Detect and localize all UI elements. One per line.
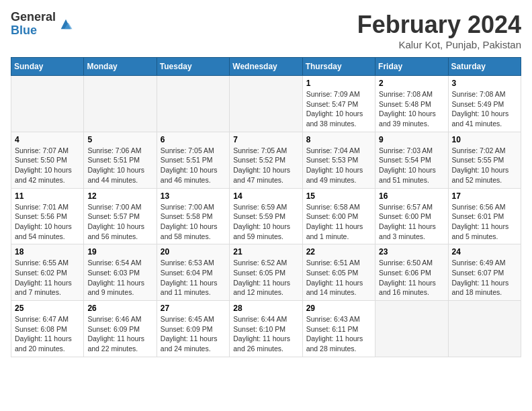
calendar-header-row: SundayMondayTuesdayWednesdayThursdayFrid… <box>11 58 521 76</box>
calendar-cell: 21Sunrise: 6:52 AM Sunset: 6:05 PM Dayli… <box>230 244 302 301</box>
day-header-thursday: Thursday <box>302 58 375 76</box>
calendar-cell: 17Sunrise: 6:56 AM Sunset: 6:01 PM Dayli… <box>448 188 521 244</box>
day-info: Sunrise: 6:43 AM Sunset: 6:11 PM Dayligh… <box>306 314 371 354</box>
calendar-cell: 13Sunrise: 7:00 AM Sunset: 5:58 PM Dayli… <box>157 188 229 244</box>
day-info: Sunrise: 6:54 AM Sunset: 6:03 PM Dayligh… <box>87 258 152 298</box>
day-number: 17 <box>452 191 517 201</box>
day-info: Sunrise: 6:59 AM Sunset: 5:59 PM Dayligh… <box>233 202 298 242</box>
calendar-cell: 27Sunrise: 6:45 AM Sunset: 6:09 PM Dayli… <box>157 301 229 357</box>
day-info: Sunrise: 7:03 AM Sunset: 5:54 PM Dayligh… <box>379 146 444 185</box>
calendar-cell: 2Sunrise: 7:08 AM Sunset: 5:48 PM Daylig… <box>375 76 448 132</box>
day-info: Sunrise: 7:04 AM Sunset: 5:53 PM Dayligh… <box>306 146 371 185</box>
calendar-cell: 24Sunrise: 6:49 AM Sunset: 6:07 PM Dayli… <box>448 244 521 301</box>
title-block: February 2024 Kalur Kot, Punjab, Pakista… <box>357 11 521 50</box>
calendar-cell <box>375 301 448 357</box>
calendar-cell: 29Sunrise: 6:43 AM Sunset: 6:11 PM Dayli… <box>302 301 375 357</box>
day-header-tuesday: Tuesday <box>157 58 229 76</box>
day-number: 24 <box>452 247 517 257</box>
day-info: Sunrise: 7:00 AM Sunset: 5:57 PM Dayligh… <box>87 202 152 242</box>
calendar-cell <box>448 301 521 357</box>
calendar-cell <box>84 76 157 132</box>
calendar-cell: 23Sunrise: 6:50 AM Sunset: 6:06 PM Dayli… <box>375 244 448 301</box>
day-number: 6 <box>161 135 226 144</box>
calendar-cell: 5Sunrise: 7:06 AM Sunset: 5:51 PM Daylig… <box>84 132 157 188</box>
day-number: 19 <box>87 247 152 257</box>
calendar-cell: 14Sunrise: 6:59 AM Sunset: 5:59 PM Dayli… <box>230 188 302 244</box>
day-number: 23 <box>379 247 444 257</box>
calendar-cell: 15Sunrise: 6:58 AM Sunset: 6:00 PM Dayli… <box>302 188 375 244</box>
day-number: 22 <box>306 247 371 257</box>
calendar-cell: 22Sunrise: 6:51 AM Sunset: 6:05 PM Dayli… <box>302 244 375 301</box>
day-number: 10 <box>452 135 517 144</box>
day-number: 25 <box>15 304 80 313</box>
calendar-week-row: 4Sunrise: 7:07 AM Sunset: 5:50 PM Daylig… <box>11 132 521 188</box>
day-info: Sunrise: 6:45 AM Sunset: 6:09 PM Dayligh… <box>161 314 226 354</box>
day-info: Sunrise: 6:55 AM Sunset: 6:02 PM Dayligh… <box>15 258 80 298</box>
day-header-sunday: Sunday <box>11 58 84 76</box>
day-info: Sunrise: 7:06 AM Sunset: 5:51 PM Dayligh… <box>87 146 152 185</box>
day-info: Sunrise: 7:05 AM Sunset: 5:52 PM Dayligh… <box>233 146 298 185</box>
day-number: 16 <box>379 191 444 201</box>
day-info: Sunrise: 6:44 AM Sunset: 6:10 PM Dayligh… <box>233 314 298 354</box>
day-info: Sunrise: 6:46 AM Sunset: 6:09 PM Dayligh… <box>87 314 152 354</box>
day-number: 13 <box>161 191 226 201</box>
calendar-cell <box>230 76 302 132</box>
day-info: Sunrise: 6:58 AM Sunset: 6:00 PM Dayligh… <box>306 202 371 242</box>
day-number: 11 <box>15 191 80 201</box>
day-number: 1 <box>306 79 371 88</box>
calendar-table: SundayMondayTuesdayWednesdayThursdayFrid… <box>11 57 521 357</box>
day-info: Sunrise: 7:08 AM Sunset: 5:48 PM Dayligh… <box>379 89 444 129</box>
logo-blue: Blue <box>11 24 56 38</box>
day-info: Sunrise: 6:47 AM Sunset: 6:08 PM Dayligh… <box>15 314 80 354</box>
day-info: Sunrise: 6:51 AM Sunset: 6:05 PM Dayligh… <box>306 258 371 298</box>
day-number: 20 <box>161 247 226 257</box>
day-info: Sunrise: 6:49 AM Sunset: 6:07 PM Dayligh… <box>452 258 517 298</box>
calendar-cell: 18Sunrise: 6:55 AM Sunset: 6:02 PM Dayli… <box>11 244 84 301</box>
day-header-wednesday: Wednesday <box>230 58 302 76</box>
day-number: 3 <box>452 79 517 88</box>
day-header-saturday: Saturday <box>448 58 521 76</box>
day-number: 4 <box>15 135 80 144</box>
day-number: 18 <box>15 247 80 257</box>
day-number: 29 <box>306 304 371 313</box>
day-info: Sunrise: 6:50 AM Sunset: 6:06 PM Dayligh… <box>379 258 444 298</box>
title-location: Kalur Kot, Punjab, Pakistan <box>357 39 521 50</box>
day-info: Sunrise: 7:07 AM Sunset: 5:50 PM Dayligh… <box>15 146 80 185</box>
calendar-week-row: 25Sunrise: 6:47 AM Sunset: 6:08 PM Dayli… <box>11 301 521 357</box>
calendar-cell: 6Sunrise: 7:05 AM Sunset: 5:51 PM Daylig… <box>157 132 229 188</box>
day-number: 7 <box>233 135 298 144</box>
calendar-cell <box>157 76 229 132</box>
calendar-cell: 19Sunrise: 6:54 AM Sunset: 6:03 PM Dayli… <box>84 244 157 301</box>
day-info: Sunrise: 6:56 AM Sunset: 6:01 PM Dayligh… <box>452 202 517 242</box>
day-info: Sunrise: 7:00 AM Sunset: 5:58 PM Dayligh… <box>161 202 226 242</box>
calendar-cell: 8Sunrise: 7:04 AM Sunset: 5:53 PM Daylig… <box>302 132 375 188</box>
logo-text: General Blue <box>11 11 56 38</box>
day-number: 14 <box>233 191 298 201</box>
day-number: 28 <box>233 304 298 313</box>
day-number: 5 <box>87 135 152 144</box>
day-info: Sunrise: 6:52 AM Sunset: 6:05 PM Dayligh… <box>233 258 298 298</box>
day-header-friday: Friday <box>375 58 448 76</box>
calendar-cell: 26Sunrise: 6:46 AM Sunset: 6:09 PM Dayli… <box>84 301 157 357</box>
calendar-cell: 9Sunrise: 7:03 AM Sunset: 5:54 PM Daylig… <box>375 132 448 188</box>
day-info: Sunrise: 7:09 AM Sunset: 5:47 PM Dayligh… <box>306 89 371 129</box>
calendar-cell: 25Sunrise: 6:47 AM Sunset: 6:08 PM Dayli… <box>11 301 84 357</box>
calendar-cell: 16Sunrise: 6:57 AM Sunset: 6:00 PM Dayli… <box>375 188 448 244</box>
calendar-cell: 10Sunrise: 7:02 AM Sunset: 5:55 PM Dayli… <box>448 132 521 188</box>
logo-general: General <box>11 11 56 24</box>
day-number: 9 <box>379 135 444 144</box>
day-number: 27 <box>161 304 226 313</box>
calendar-cell: 4Sunrise: 7:07 AM Sunset: 5:50 PM Daylig… <box>11 132 84 188</box>
day-number: 15 <box>306 191 371 201</box>
day-info: Sunrise: 7:05 AM Sunset: 5:51 PM Dayligh… <box>161 146 226 185</box>
day-number: 26 <box>87 304 152 313</box>
calendar-cell: 20Sunrise: 6:53 AM Sunset: 6:04 PM Dayli… <box>157 244 229 301</box>
calendar-week-row: 11Sunrise: 7:01 AM Sunset: 5:56 PM Dayli… <box>11 188 521 244</box>
logo-icon <box>58 17 73 32</box>
logo: General Blue <box>11 11 73 38</box>
day-number: 12 <box>87 191 152 201</box>
calendar-cell: 28Sunrise: 6:44 AM Sunset: 6:10 PM Dayli… <box>230 301 302 357</box>
calendar-cell: 1Sunrise: 7:09 AM Sunset: 5:47 PM Daylig… <box>302 76 375 132</box>
calendar-week-row: 18Sunrise: 6:55 AM Sunset: 6:02 PM Dayli… <box>11 244 521 301</box>
day-info: Sunrise: 7:08 AM Sunset: 5:49 PM Dayligh… <box>452 89 517 129</box>
